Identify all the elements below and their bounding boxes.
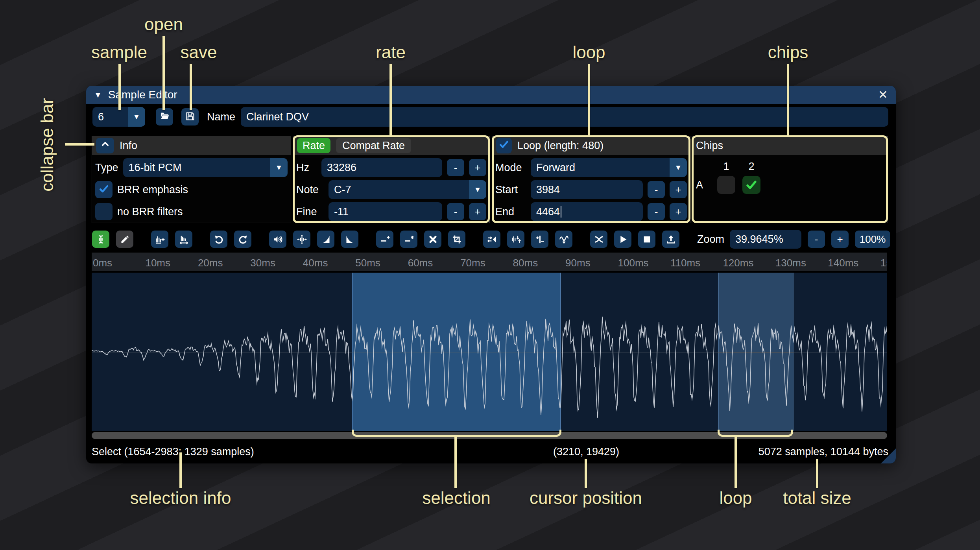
ruler-tick-label: 20ms bbox=[198, 257, 223, 269]
loop-start-plus-button[interactable]: + bbox=[670, 181, 687, 198]
chevron-down-icon: ▼ bbox=[469, 180, 486, 199]
compat-rate-selector[interactable]: Compat Rate bbox=[336, 138, 411, 153]
text-caret bbox=[561, 206, 561, 218]
zoom-in-button[interactable]: + bbox=[831, 231, 849, 248]
insert-silence-button[interactable] bbox=[376, 231, 393, 248]
load-to-memory-button[interactable] bbox=[662, 231, 679, 248]
normalize-button[interactable] bbox=[293, 231, 310, 248]
hz-minus-button[interactable]: - bbox=[447, 159, 464, 176]
zoom-out-button[interactable]: - bbox=[808, 231, 825, 248]
time-ruler[interactable]: 0ms10ms20ms30ms40ms50ms60ms70ms80ms90ms1… bbox=[92, 253, 887, 272]
zoom-input[interactable]: 39.9645% bbox=[730, 230, 801, 249]
loop-checkbox[interactable] bbox=[496, 138, 512, 153]
rate-badge[interactable]: Rate bbox=[297, 138, 330, 153]
select-button[interactable] bbox=[92, 231, 109, 248]
reverse-icon bbox=[487, 234, 497, 245]
delete-button[interactable] bbox=[424, 231, 441, 248]
loop-start-value: 3984 bbox=[536, 184, 560, 196]
annotation-line-selection-info bbox=[179, 452, 182, 488]
trim-button[interactable] bbox=[448, 231, 465, 248]
scrollbar-thumb[interactable] bbox=[92, 432, 887, 439]
filter-icon bbox=[559, 234, 569, 245]
loop-start-input[interactable]: 3984 bbox=[531, 180, 643, 199]
fade-out-button[interactable] bbox=[341, 231, 358, 248]
amplify-button[interactable] bbox=[269, 231, 286, 248]
amplify-icon bbox=[273, 234, 283, 245]
crossfade-button[interactable] bbox=[590, 231, 607, 248]
annotation-line-sample bbox=[118, 64, 121, 110]
ruler-tick-label: 130ms bbox=[775, 257, 806, 269]
toolbar-group bbox=[269, 231, 358, 248]
info-collapse-button[interactable] bbox=[96, 138, 114, 153]
reverse-button[interactable] bbox=[483, 231, 500, 248]
annotation-line-collapse-bar bbox=[65, 143, 94, 146]
ruler-tick-label: 100ms bbox=[618, 257, 649, 269]
horizontal-scrollbar[interactable] bbox=[92, 432, 887, 439]
draw-button[interactable] bbox=[116, 231, 133, 248]
create-silence-button[interactable] bbox=[400, 231, 417, 248]
ruler-tick-label: 30ms bbox=[250, 257, 275, 269]
annotation-line-total-size bbox=[816, 459, 818, 488]
fine-plus-button[interactable]: + bbox=[469, 203, 486, 220]
ruler-tick-label: 140ms bbox=[828, 257, 858, 269]
delete-icon bbox=[428, 234, 438, 245]
type-value: 16-bit PCM bbox=[129, 162, 182, 174]
chip-checkbox[interactable] bbox=[742, 176, 760, 194]
invert-button[interactable] bbox=[507, 231, 524, 248]
fade-in-button[interactable] bbox=[317, 231, 334, 248]
signed-unsigned-button[interactable] bbox=[531, 231, 548, 248]
name-value: Clarinet DQV bbox=[246, 111, 309, 123]
save-button[interactable] bbox=[181, 108, 199, 126]
ruler-tick-label: 120ms bbox=[723, 257, 753, 269]
annotation-collapse-bar: collapse bar bbox=[37, 98, 57, 191]
annotation-loop-bottom: loop bbox=[719, 488, 752, 508]
hz-input[interactable]: 33286 bbox=[321, 158, 442, 177]
note-label: Note bbox=[296, 184, 324, 196]
toolbar-group bbox=[483, 231, 572, 248]
floppy-disk-icon bbox=[185, 111, 196, 123]
hz-value: 33286 bbox=[327, 162, 356, 174]
fine-value: -11 bbox=[334, 206, 349, 218]
loop-header: Loop (length: 480) bbox=[492, 136, 690, 155]
annotation-sample: sample bbox=[91, 42, 147, 62]
ruler-tick-label: 60ms bbox=[408, 257, 433, 269]
name-input[interactable]: Clarinet DQV bbox=[241, 107, 888, 127]
hz-plus-button[interactable]: + bbox=[469, 159, 486, 176]
info-header: Info bbox=[92, 136, 291, 155]
annotation-open: open bbox=[144, 15, 183, 34]
loop-end-minus-button[interactable]: - bbox=[648, 203, 665, 220]
loop-mode-dropdown[interactable]: Forward ▼ bbox=[531, 158, 687, 177]
loop-end-input[interactable]: 4464 bbox=[531, 202, 643, 221]
filter-button[interactable] bbox=[555, 231, 572, 248]
ruler-tick-label: 70ms bbox=[460, 257, 485, 269]
note-dropdown[interactable]: C-7 ▼ bbox=[329, 180, 486, 199]
chip-checkbox[interactable] bbox=[717, 176, 735, 194]
annotation-line-cursor-position bbox=[585, 459, 587, 488]
fine-input[interactable]: -11 bbox=[329, 202, 442, 221]
resize-button[interactable] bbox=[151, 231, 168, 248]
fine-minus-button[interactable]: - bbox=[447, 203, 464, 220]
brr-emphasis-checkbox[interactable] bbox=[95, 181, 113, 198]
preview-button[interactable] bbox=[614, 231, 631, 248]
annotation-line-loop-bottom bbox=[735, 436, 737, 488]
undo-button[interactable] bbox=[210, 231, 227, 248]
redo-button[interactable] bbox=[234, 231, 251, 248]
loop-start-minus-button[interactable]: - bbox=[648, 181, 665, 198]
sample-editor-window: ▼ Sample Editor ✕ 6 ▼ Name Clarinet DQV … bbox=[86, 86, 896, 463]
folder-open-icon bbox=[159, 111, 170, 123]
resample-button[interactable] bbox=[175, 231, 192, 248]
type-dropdown[interactable]: 16-bit PCM ▼ bbox=[123, 158, 288, 177]
window-collapse-icon[interactable]: ▼ bbox=[94, 90, 102, 100]
zoom-reset-button[interactable]: 100% bbox=[855, 231, 890, 248]
close-icon[interactable]: ✕ bbox=[878, 89, 888, 101]
ruler-tick-label: 90ms bbox=[565, 257, 591, 269]
annotation-line-loop-top bbox=[588, 64, 590, 135]
resize-grip[interactable] bbox=[881, 448, 896, 463]
waveform-canvas[interactable] bbox=[92, 273, 887, 431]
stop-button[interactable] bbox=[638, 231, 655, 248]
loop-end-plus-button[interactable]: + bbox=[670, 203, 687, 220]
ruler-tick-label: 80ms bbox=[513, 257, 538, 269]
annotation-loop-top: loop bbox=[572, 42, 605, 62]
open-button[interactable] bbox=[156, 108, 173, 126]
no-brr-filters-checkbox[interactable] bbox=[95, 203, 113, 220]
